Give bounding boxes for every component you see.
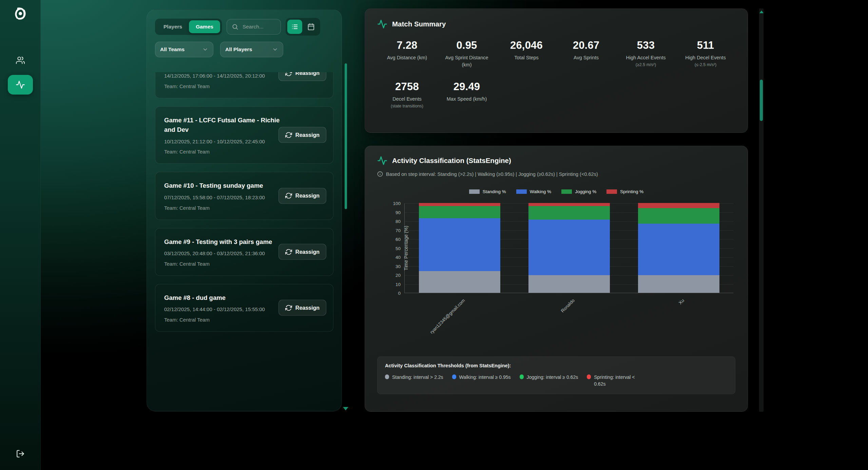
view-tabs: Players Games [155,19,222,35]
y-tick-label: 10 [386,282,401,287]
stat-value: 2758 [395,81,419,93]
activity-subtitle: Based on step interval: Standing (>2.2s)… [386,171,598,177]
list-icon [291,23,298,30]
game-card: Game #9 - Testing with 3 pairs game03/12… [155,228,333,276]
legend-label: Jogging % [575,189,596,194]
reassign-button[interactable]: Reassign [278,127,326,143]
match-summary-card: Match Summary 7.28Avg Distance (km)0.95A… [365,8,748,133]
reassign-label: Reassign [295,305,320,311]
search-box[interactable] [227,19,281,35]
logout-icon [16,449,25,458]
threshold-label: Sprinting: interval < 0.62s [594,374,641,388]
calendar-view-button[interactable] [304,20,319,34]
filters-row: All Teams All Players [155,42,333,57]
stat-value: 26,046 [510,39,543,52]
team-filter-select[interactable]: All Teams [155,42,213,57]
chevron-down-icon [202,46,208,53]
refresh-icon [285,131,292,138]
threshold-label: Jogging: interval ≥ 0.62s [527,374,578,381]
tab-games[interactable]: Games [189,20,220,33]
y-tick-label: 70 [386,228,401,233]
reassign-button[interactable]: Reassign [278,188,326,204]
games-scrollbar-thumb[interactable] [345,63,347,209]
search-input[interactable] [242,23,276,30]
stat-value: 0.95 [456,39,477,52]
legend-item: Jogging % [561,189,596,194]
stacked-bar [638,203,719,293]
game-dates: 14/12/2025, 17:06:00 - 14/12/2025, 20:12… [164,72,276,80]
stat-label: Avg Sprint Distance (km) [440,54,494,68]
game-card: Game #8 - dud game02/12/2025, 14:44:00 -… [155,284,333,332]
activity-subtitle-row: Based on step interval: Standing (>2.2s)… [377,171,735,177]
game-dates: 10/12/2025, 21:12:00 - 10/12/2025, 22:45… [164,138,276,146]
team-filter-value: All Teams [160,46,185,53]
calendar-icon [307,23,315,30]
game-title: Game #8 - dud game [164,293,283,303]
stacked-bar [528,203,610,293]
activity-chart: Standing %Walking %Jogging %Sprinting % … [377,189,735,345]
sidebar-item-activity[interactable] [8,75,33,95]
threshold-dot [452,374,456,379]
reassign-label: Reassign [295,132,320,138]
reassign-button[interactable]: Reassign [278,244,326,260]
game-dates: 03/12/2025, 20:48:00 - 03/12/2025, 21:36… [164,250,276,258]
sidebar-item-players[interactable] [8,50,33,70]
tab-players[interactable]: Players [157,20,189,33]
y-tick-label: 100 [386,201,401,206]
games-panel: Players Games [147,9,342,411]
game-dates: 07/12/2025, 15:58:00 - 07/12/2025, 18:23… [164,194,276,202]
list-view-button[interactable] [287,20,302,34]
bar-segment [419,218,500,271]
stat-block: 533High Accel Events(≥2.5 m/s²) [616,39,676,68]
threshold-item: Walking: interval ≥ 0.95s [452,374,511,381]
legend-swatch [469,189,480,194]
stat-block: 26,046Total Steps [497,39,556,68]
games-scroll-down-arrow[interactable] [343,407,348,410]
legend-item: Walking % [516,189,551,194]
page-scrollbar-track[interactable] [759,8,764,412]
stat-sublabel: (≤-2.5 m/s²) [695,62,717,67]
chevron-down-icon [272,46,278,53]
threshold-item: Jogging: interval ≥ 0.62s [520,374,578,381]
games-list: 14/12/2025, 17:06:00 - 14/12/2025, 20:12… [155,72,333,408]
reassign-button[interactable]: Reassign [278,300,326,316]
bar-segment [638,203,719,208]
page-scrollbar-thumb[interactable] [760,80,763,121]
bar-segment [528,206,610,220]
threshold-label: Walking: interval ≥ 0.95s [459,374,511,381]
bar-segment [638,275,719,293]
y-tick-label: 0 [386,291,401,296]
y-tick-label: 20 [386,273,401,278]
bar-segment [528,275,610,293]
stat-sublabel: (state transitions) [391,104,423,108]
stat-value: 511 [697,39,714,52]
stat-block: 0.95Avg Sprint Distance (km) [437,39,497,68]
info-icon [377,171,383,177]
bar-segment [528,220,610,275]
y-tick-label: 40 [386,255,401,260]
logout-button[interactable] [10,445,31,463]
game-team: Team: Central Team [164,205,324,211]
stat-value: 7.28 [397,39,417,52]
stats-grid: 7.28Avg Distance (km)0.95Avg Sprint Dist… [377,39,735,108]
legend-label: Walking % [530,189,551,194]
legend-label: Standing % [483,189,506,194]
legend-label: Sprinting % [620,189,643,194]
pulse-icon [377,19,387,29]
game-card: 14/12/2025, 17:06:00 - 14/12/2025, 20:12… [155,72,333,98]
bar-segment [638,224,719,275]
game-team: Team: Central Team [164,83,324,89]
x-tick-label: ryan12345@gmail.com [429,298,466,335]
page-scroll-up-arrow[interactable] [759,11,764,13]
bar-segment [638,208,719,224]
bar-segment [528,203,610,206]
x-tick-label: Ronaldo [560,298,575,313]
stat-block: 511High Decel Events(≤-2.5 m/s²) [676,39,735,68]
y-tick-label: 50 [386,246,401,251]
legend-swatch [606,189,617,194]
game-title: Game #11 - LCFC Futsal Game - Richie and… [164,116,283,135]
reassign-button[interactable]: Reassign [278,72,326,81]
legend-item: Standing % [469,189,506,194]
player-filter-select[interactable]: All Players [220,42,283,57]
match-summary-header: Match Summary [377,19,735,29]
